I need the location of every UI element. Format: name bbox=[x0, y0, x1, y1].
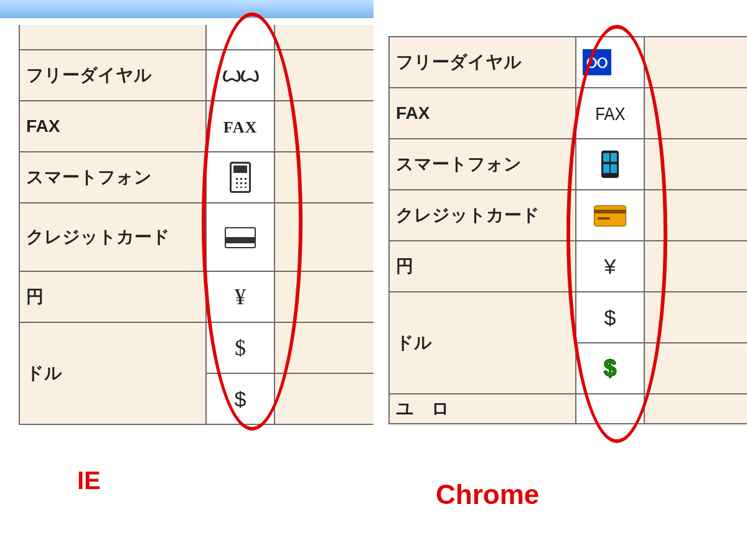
yen-icon: ¥ bbox=[576, 241, 644, 292]
credit-card-icon bbox=[576, 190, 644, 241]
row-label: ドル bbox=[19, 322, 206, 424]
entity-code: &#16 bbox=[644, 241, 747, 292]
entity-code: &#101 bbox=[644, 37, 747, 88]
table-row: ユ ロ &#10 bbox=[389, 394, 747, 424]
table-row bbox=[19, 25, 374, 50]
ie-table-panel: フリーダイヤル ꙌꙌ &#10 FAX FAX &#8. スマートフォン &#1… bbox=[0, 17, 374, 427]
table-row: スマートフォン &#12: bbox=[19, 152, 374, 203]
table-row: ドル $ &#36 bbox=[389, 292, 747, 343]
row-label: クレジットカード bbox=[389, 190, 576, 241]
symbol-table-ie: フリーダイヤル ꙌꙌ &#10 FAX FAX &#8. スマートフォン &#1… bbox=[19, 25, 374, 425]
row-label: ユ ロ bbox=[389, 394, 576, 424]
entity-code: &#12: bbox=[275, 373, 374, 424]
entity-code: &#850 bbox=[644, 88, 747, 139]
freedial-icon: ꙌꙌ bbox=[206, 50, 275, 101]
entity-code: &#8. bbox=[275, 101, 374, 152]
euro-icon bbox=[576, 394, 644, 424]
smartphone-icon bbox=[576, 139, 644, 190]
dollar-icon: $ bbox=[206, 322, 275, 373]
table-row: FAX FAX &#850 bbox=[389, 88, 747, 139]
entity-code: &#1 bbox=[275, 271, 374, 322]
table-row: フリーダイヤル ଠଠ &#101 bbox=[389, 37, 747, 88]
entity-code: &#36 bbox=[644, 292, 747, 343]
freedial-icon: ଠଠ bbox=[576, 37, 644, 88]
fax-icon: FAX bbox=[206, 101, 275, 152]
fax-icon: FAX bbox=[576, 88, 644, 139]
table-row: クレジットカード &#12: bbox=[19, 203, 374, 271]
dollar-icon: $ bbox=[576, 292, 644, 343]
caption-chrome: Chrome bbox=[436, 479, 539, 510]
dollar-emoji-icon: $ bbox=[576, 343, 644, 394]
row-label: FAX bbox=[19, 101, 206, 152]
window-titlebar bbox=[0, 0, 374, 18]
row-label: 円 bbox=[389, 241, 576, 292]
chrome-table-panel: フリーダイヤル ଠଠ &#101 FAX FAX &#850 スマートフォン &… bbox=[374, 17, 747, 427]
table-row: クレジットカード &#1287 bbox=[389, 190, 747, 241]
dollar-bold-icon: $ bbox=[206, 373, 275, 424]
entity-code: &#10 bbox=[275, 50, 374, 101]
smartphone-icon bbox=[206, 152, 275, 203]
entity-code: &#1287 bbox=[644, 190, 747, 241]
table-row: フリーダイヤル ꙌꙌ &#10 bbox=[19, 50, 374, 101]
row-label: クレジットカード bbox=[19, 203, 206, 271]
row-label: スマートフォン bbox=[19, 152, 206, 203]
table-row: FAX FAX &#8. bbox=[19, 101, 374, 152]
credit-card-icon bbox=[206, 203, 275, 271]
table-row: 円 ¥ &#16 bbox=[389, 241, 747, 292]
entity-code: &#12: bbox=[275, 152, 374, 203]
table-row: ドル $ &#: bbox=[19, 322, 374, 373]
entity-code: &#1287 bbox=[644, 343, 747, 394]
row-label: フリーダイヤル bbox=[19, 50, 206, 101]
table-row: スマートフォン &#1282 bbox=[389, 139, 747, 190]
row-label: 円 bbox=[19, 271, 206, 322]
entity-code: &#: bbox=[275, 322, 374, 373]
symbol-table-chrome: フリーダイヤル ଠଠ &#101 FAX FAX &#850 スマートフォン &… bbox=[388, 36, 747, 424]
caption-ie: IE bbox=[77, 467, 101, 495]
table-row: 円 ¥ &#1 bbox=[19, 271, 374, 322]
row-label: フリーダイヤル bbox=[389, 37, 576, 88]
yen-icon: ¥ bbox=[206, 271, 275, 322]
row-label: FAX bbox=[389, 88, 576, 139]
entity-code: &#10 bbox=[644, 394, 747, 424]
row-label: スマートフォン bbox=[389, 139, 576, 190]
entity-code: &#12: bbox=[275, 203, 374, 271]
entity-code: &#1282 bbox=[644, 139, 747, 190]
row-label: ドル bbox=[389, 292, 576, 394]
